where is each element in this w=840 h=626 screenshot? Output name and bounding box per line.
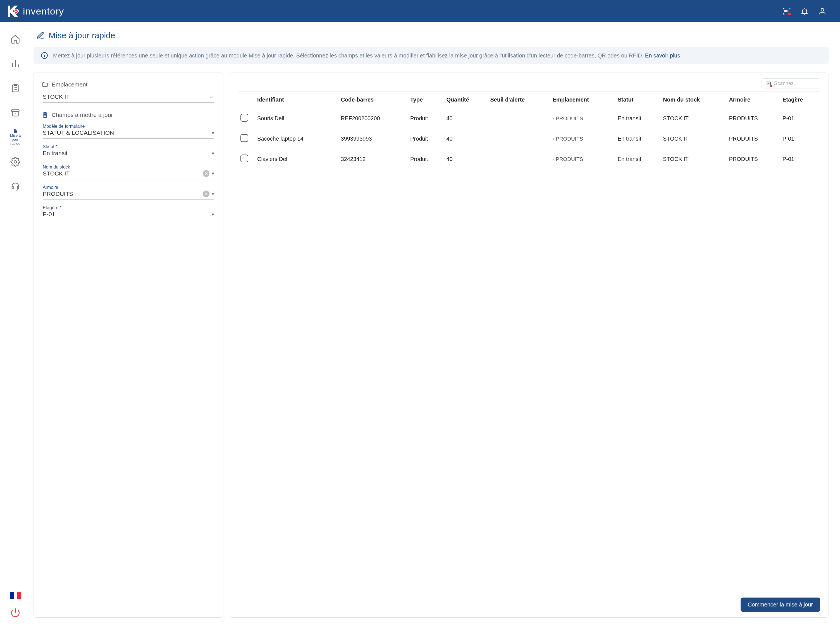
cell-type: Produit [407, 149, 443, 169]
col-type: Type [407, 91, 443, 108]
col-threshold: Seuil d'alerte [488, 91, 550, 108]
language-flag-fr[interactable] [10, 592, 20, 599]
template-value: STATUT & LOCALISATION [43, 130, 209, 136]
sidebar-item-archive[interactable] [7, 104, 24, 121]
logout-button[interactable] [10, 607, 20, 618]
cell-status: En transit [615, 108, 660, 129]
caret-down-icon: ▾ [212, 150, 214, 156]
info-learn-more-link[interactable]: En savoir plus [645, 52, 680, 59]
row-checkbox[interactable] [240, 114, 248, 122]
section-location-header: Emplacement [42, 81, 215, 88]
cell-type: Produit [407, 108, 443, 129]
cell-location[interactable]: › PRODUITS [553, 156, 612, 162]
data-table: Identifiant Code-barres Type Quantité Se… [238, 91, 820, 169]
start-update-button[interactable]: Commencer la mise à jour [741, 598, 820, 612]
cell-cabinet: PRODUITS [726, 149, 780, 169]
template-label: Modèle de formulaire [43, 124, 209, 129]
clear-cabinet-button[interactable]: ✕ [203, 191, 209, 197]
sidebar-item-support[interactable] [7, 178, 24, 195]
svg-point-2 [821, 8, 824, 11]
status-select[interactable]: Statut * En transit ▾ [43, 142, 214, 159]
right-panel: Scannez... Identifiant Code-barres Type … [229, 72, 829, 618]
barcode-icon [765, 80, 771, 86]
caret-down-icon: ▾ [212, 130, 214, 136]
svg-rect-8 [766, 82, 771, 85]
app-header: inventory [0, 0, 840, 22]
stock-value: STOCK IT [43, 170, 200, 177]
brand: inventory [6, 4, 64, 19]
cell-shelf: P-01 [780, 149, 820, 169]
shelf-label: Etagère * [43, 205, 209, 210]
folder-icon [42, 81, 48, 88]
col-identifier: Identifiant [254, 91, 338, 108]
caret-down-icon: ▾ [212, 211, 214, 218]
header-scan-button[interactable] [780, 5, 793, 17]
col-stock-name: Nom du stock [660, 91, 726, 108]
shelf-select[interactable]: Etagère * P-01 ▾ [43, 203, 214, 220]
cell-stock-name: STOCK IT [660, 128, 726, 149]
cell-stock-name: STOCK IT [660, 108, 726, 129]
cabinet-value: PRODUITS [43, 191, 200, 197]
location-select[interactable]: STOCK IT [43, 92, 214, 103]
cell-status: En transit [615, 149, 660, 169]
left-panel: Emplacement STOCK IT Champs à mettre à j… [33, 72, 223, 618]
col-barcode: Code-barres [338, 91, 407, 108]
col-location: Emplacement [550, 91, 615, 108]
status-value: En transit [43, 150, 209, 156]
cell-quantity: 40 [443, 108, 487, 129]
sidebar-item-home[interactable] [7, 31, 24, 47]
caret-down-icon: ▾ [212, 191, 214, 197]
brand-text: inventory [23, 6, 64, 17]
cell-status: En transit [615, 128, 660, 149]
cell-barcode: 3993993993 [338, 128, 407, 149]
template-select[interactable]: Modèle de formulaire STATUT & LOCALISATI… [43, 122, 214, 139]
scan-input[interactable]: Scannez... [761, 78, 820, 88]
table-header-row: Identifiant Code-barres Type Quantité Se… [238, 91, 820, 108]
sidebar-item-tasks[interactable] [7, 80, 24, 97]
cell-shelf: P-01 [780, 128, 820, 149]
header-bell-button[interactable] [798, 5, 811, 17]
sidebar-active-label: Mise à jourrapide [7, 134, 24, 146]
cell-type: Produit [407, 128, 443, 149]
cell-location[interactable]: › PRODUITS [553, 116, 612, 122]
sidebar-item-quick-update[interactable]: Mise à jourrapide [7, 129, 24, 146]
table-row: Souris Dell REF200200200 Produit 40 › PR… [238, 108, 820, 129]
col-shelf: Etagère [780, 91, 820, 108]
cell-threshold [488, 149, 550, 169]
cell-identifier: Sacoche laptop 14" [254, 128, 338, 149]
brand-logo-icon [6, 4, 20, 19]
shelf-value: P-01 [43, 211, 209, 218]
cabinet-select[interactable]: Armoire PRODUITS ✕ ▾ [43, 183, 214, 200]
header-user-button[interactable] [816, 5, 829, 17]
caret-down-icon: ▾ [212, 171, 214, 177]
cell-identifier: Souris Dell [254, 108, 338, 129]
cell-cabinet: PRODUITS [726, 108, 780, 129]
status-label: Statut * [43, 144, 209, 149]
location-value: STOCK IT [43, 94, 206, 100]
stock-select[interactable]: Nom du stock STOCK IT ✕ ▾ [43, 163, 214, 179]
chevron-right-icon: › [553, 136, 554, 141]
sidebar-item-settings[interactable] [7, 153, 24, 170]
svg-point-5 [14, 161, 17, 163]
col-cabinet: Armoire [726, 91, 780, 108]
cell-threshold [488, 108, 550, 129]
clear-stock-button[interactable]: ✕ [203, 170, 209, 177]
cell-location[interactable]: › PRODUITS [553, 136, 612, 142]
cell-identifier: Claviers Dell [254, 149, 338, 169]
sidebar: Mise à jourrapide [0, 22, 31, 626]
edit-icon [36, 31, 45, 40]
row-checkbox[interactable] [240, 134, 248, 142]
chevron-right-icon: › [553, 116, 554, 121]
col-quantity: Quantité [443, 91, 487, 108]
info-text: Mettez à jour plusieurs références une s… [53, 52, 644, 59]
clipboard-icon [42, 111, 48, 118]
info-icon [41, 52, 48, 59]
cell-shelf: P-01 [780, 108, 820, 129]
chevron-right-icon: › [553, 157, 554, 162]
page-title: Mise à jour rapide [36, 31, 829, 40]
row-checkbox[interactable] [240, 155, 248, 162]
cell-barcode: REF200200200 [338, 108, 407, 129]
notification-dot-icon [788, 13, 791, 15]
cell-threshold [488, 128, 550, 149]
sidebar-item-analytics[interactable] [7, 55, 24, 72]
